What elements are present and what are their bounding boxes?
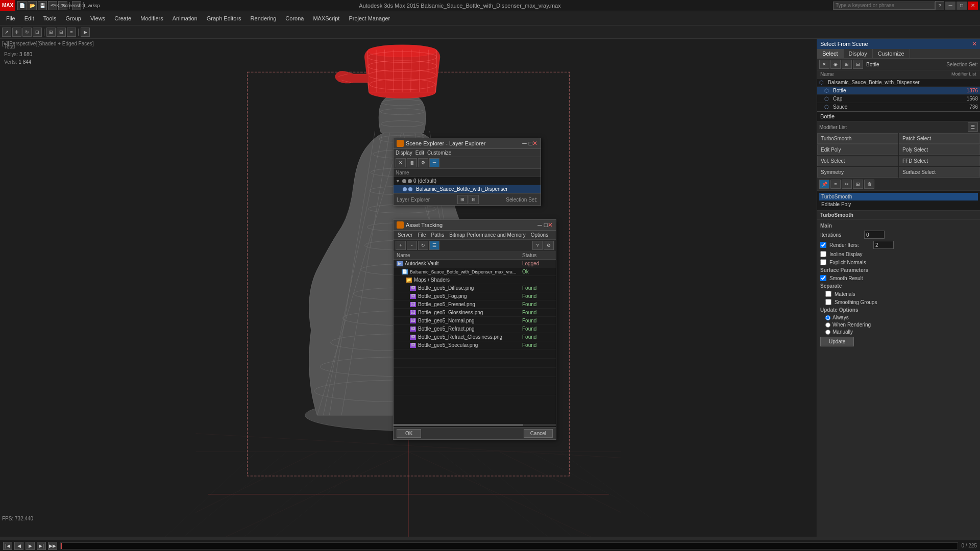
tab-select[interactable]: Select <box>817 49 844 58</box>
menu-rendering[interactable]: Rendering <box>247 14 281 22</box>
asset-row-diffuse[interactable]: 🖼 Bottle_geo5_Diffuse.png Found <box>394 284 556 292</box>
layer-footer-btn1[interactable]: ⊞ <box>457 195 468 204</box>
sort-icon[interactable]: ⊟ <box>853 60 863 69</box>
asset-row-vault[interactable]: ▶ Autodesk Vault Logged <box>394 260 556 268</box>
menu-corona[interactable]: Corona <box>281 14 308 22</box>
search-clear-icon[interactable]: ◉ <box>830 60 841 69</box>
frame-prev-btn[interactable]: |◀ <box>3 542 12 550</box>
smoothing-groups-checkbox[interactable] <box>825 299 831 305</box>
asset-row-fog[interactable]: 🖼 Bottle_geo5_Fog.png Found <box>394 292 556 300</box>
symmetry-btn[interactable]: Symmetry <box>817 167 898 178</box>
explicit-normals-checkbox[interactable] <box>820 259 826 265</box>
isoline-checkbox[interactable] <box>820 251 826 257</box>
layer-menu-display[interactable]: Display <box>396 150 412 156</box>
scene-item-sauce[interactable]: ⬡ Sauce 736 <box>817 103 980 111</box>
mirror-icon[interactable]: ⊟ <box>57 28 66 37</box>
scene-item-bottle[interactable]: ⬡ Bottle 1376 <box>817 87 980 95</box>
when-rendering-radio[interactable] <box>825 322 830 328</box>
asset-ok-button[interactable]: OK <box>397 429 421 438</box>
asset-body[interactable]: ▶ Autodesk Vault Logged 📄 Balsamic_Sauce… <box>394 260 556 423</box>
turbosmooth-btn[interactable]: TurboSmooth <box>817 133 898 144</box>
always-radio[interactable] <box>825 315 830 320</box>
materials-checkbox[interactable] <box>825 291 831 297</box>
mod-cut-icon[interactable]: ✂ <box>842 180 852 189</box>
asset-remove-btn[interactable]: - <box>407 241 417 250</box>
asset-menu-file[interactable]: File <box>415 232 428 238</box>
edit-poly-btn[interactable]: Edit Poly <box>817 144 898 155</box>
frame-play-btn[interactable]: ▶ <box>26 542 35 550</box>
mod-del-icon[interactable]: 🗑 <box>864 180 874 189</box>
layer-menu-customize[interactable]: Customize <box>427 150 451 156</box>
asset-menu-bitmap[interactable]: Bitmap Performance and Memory <box>447 232 528 238</box>
menu-project-manager[interactable]: Project Manager <box>345 14 394 22</box>
scale-icon[interactable]: ⊡ <box>33 28 42 37</box>
close-button[interactable]: ✕ <box>968 2 978 10</box>
manually-radio[interactable] <box>825 330 830 335</box>
open-file-icon[interactable]: 📂 <box>28 1 37 10</box>
tab-display[interactable]: Display <box>844 49 873 58</box>
help-icon[interactable]: ? <box>935 1 944 10</box>
menu-create[interactable]: Create <box>110 14 135 22</box>
poly-select-btn[interactable]: Poly Select <box>899 144 980 155</box>
asset-row-normal[interactable]: 🖼 Bottle_geo5_Normal.png Found <box>394 317 556 325</box>
update-button[interactable]: Update <box>820 337 854 346</box>
asset-add-btn[interactable]: + <box>396 241 406 250</box>
all-icon[interactable]: ✕ <box>819 60 829 69</box>
asset-horizontal-scroll[interactable] <box>394 423 556 427</box>
iterations-input[interactable] <box>864 231 885 239</box>
layer-close-btn[interactable]: ✕ <box>532 140 537 147</box>
render-iters-input[interactable] <box>873 241 894 249</box>
asset-refresh-btn[interactable]: ↻ <box>418 241 428 250</box>
minimize-button[interactable]: ─ <box>945 2 955 10</box>
vol-select-btn[interactable]: Vol. Select <box>817 156 898 166</box>
asset-help-btn[interactable]: ? <box>532 241 543 250</box>
asset-row-specular[interactable]: 🖼 Bottle_geo5_Specular.png Found <box>394 341 556 349</box>
layer-row-default[interactable]: ▼ 0 (default) <box>394 177 541 185</box>
render-iters-checkbox[interactable] <box>820 242 826 248</box>
asset-row-refract[interactable]: 🖼 Bottle_geo5_Refract.png Found <box>394 325 556 333</box>
mod-pin-icon[interactable]: 📌 <box>819 180 829 189</box>
layer-row-bottle[interactable]: Balsamic_Sauce_Bottle_with_Dispenser <box>394 185 541 193</box>
asset-row-fresnel[interactable]: 🖼 Bottle_geo5_Fresnel.png Found <box>394 300 556 309</box>
scene-item-root[interactable]: ⬡ Balsamic_Sauce_Bottle_with_Dispenser <box>817 79 980 87</box>
layer-restore-btn[interactable]: □ <box>529 140 532 147</box>
asset-row-maps[interactable]: 📁 Maps / Shaders <box>394 276 556 284</box>
smooth-result-checkbox[interactable] <box>820 275 826 281</box>
menu-group[interactable]: Group <box>61 14 85 22</box>
menu-edit[interactable]: Edit <box>20 14 38 22</box>
select-icon[interactable]: ↗ <box>2 28 11 37</box>
mod-copy-icon[interactable]: ⊞ <box>853 180 863 189</box>
maximize-button[interactable]: □ <box>957 2 967 10</box>
align-icon[interactable]: ≡ <box>67 28 76 37</box>
asset-menu-paths[interactable]: Paths <box>429 232 447 238</box>
fpd-select-btn[interactable]: FFD Select <box>899 156 980 166</box>
layer-settings-btn[interactable]: ⚙ <box>418 158 428 167</box>
asset-row-balsamic[interactable]: 📄 Balsamic_Sauce_Bottle_with_Dispenser_m… <box>394 268 556 276</box>
search-input[interactable] <box>833 2 935 10</box>
stack-editable-poly[interactable]: Editable Poly <box>819 201 978 208</box>
asset-close-btn[interactable]: ✕ <box>548 221 553 229</box>
frame-next-btn[interactable]: ▶▶ <box>48 542 57 550</box>
modifier-configure-btn[interactable]: ☰ <box>968 122 978 132</box>
menu-maxscript[interactable]: MAXScript <box>309 14 344 22</box>
asset-minimize-btn[interactable]: ─ <box>537 221 542 229</box>
workspaces-icon[interactable]: AK_Screenshot_wrksp <box>72 1 81 10</box>
filter-icon[interactable]: ⊞ <box>842 60 852 69</box>
scene-item-cap[interactable]: ⬡ Cap 1568 <box>817 95 980 103</box>
asset-restore-btn[interactable]: □ <box>544 221 548 229</box>
menu-graph-editors[interactable]: Graph Editors <box>203 14 246 22</box>
frame-fwd-btn[interactable]: ▶| <box>37 542 46 550</box>
timeline-bar[interactable] <box>60 542 958 549</box>
layer-menu-edit[interactable]: Edit <box>415 150 424 156</box>
move-icon[interactable]: ✛ <box>12 28 21 37</box>
layer-minimize-btn[interactable]: ─ <box>522 140 527 147</box>
layer-view-btn[interactable]: ☰ <box>429 158 439 167</box>
menu-animation[interactable]: Animation <box>168 14 202 22</box>
patch-select-btn[interactable]: Patch Select <box>899 133 980 144</box>
frame-back-btn[interactable]: ◀ <box>14 542 23 550</box>
asset-list-btn[interactable]: ☰ <box>429 241 439 250</box>
asset-cancel-button[interactable]: Cancel <box>524 429 553 438</box>
stack-turbosmooth[interactable]: TurboSmooth <box>819 193 978 201</box>
layer-delete-btn[interactable]: 🗑 <box>407 158 417 167</box>
surface-select-btn[interactable]: Surface Select <box>899 167 980 178</box>
